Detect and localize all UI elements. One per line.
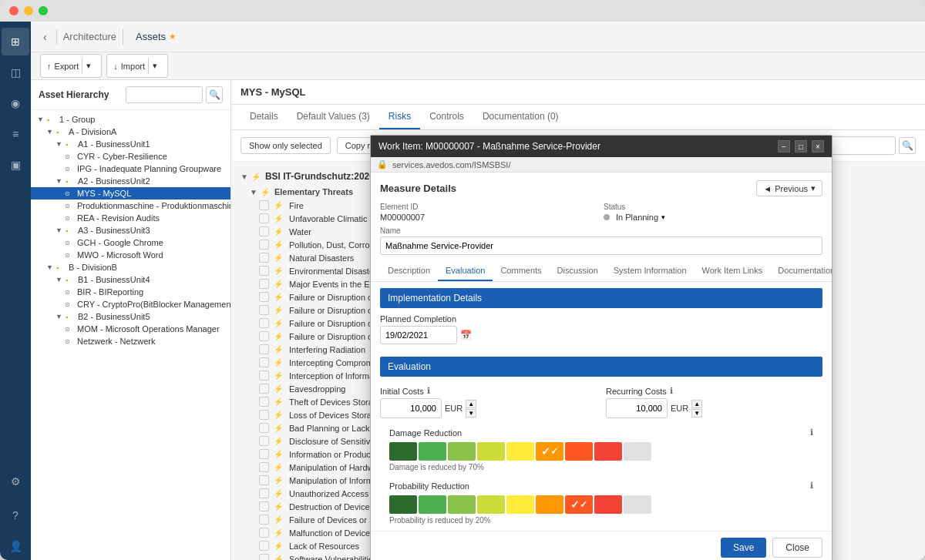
calendar-icon[interactable]: 📅 [460, 330, 472, 340]
risk-checkbox-emissions[interactable] [259, 357, 269, 367]
prob-scale-cell-2[interactable] [448, 495, 476, 514]
nav-back-button[interactable]: ‹ [40, 28, 50, 46]
risk-checkbox-unauthorized[interactable] [259, 488, 269, 498]
initial-costs-down[interactable]: ▼ [466, 409, 476, 417]
tree-item-bu4[interactable]: ▼ ▪ B1 - BusinessUnit4 [31, 273, 230, 286]
risk-checkbox-espionage[interactable] [259, 371, 269, 381]
tree-item-mys[interactable]: ⊙ MYS - MySQL [31, 187, 230, 200]
risk-checkbox-mains[interactable] [259, 318, 269, 328]
risk-checkbox-fire[interactable] [259, 200, 269, 210]
risk-checkbox-eavesdrop[interactable] [259, 384, 269, 394]
previous-button[interactable]: ◄ Previous ▾ [756, 180, 822, 196]
sidebar-item-help[interactable]: ? [2, 501, 29, 529]
close-button[interactable] [9, 6, 18, 15]
damage-scale-cell-1[interactable] [419, 442, 446, 461]
tree-item-bu2[interactable]: ▼ ▪ A2 - BusinessUnit2 [31, 175, 230, 187]
tab-details[interactable]: Details [240, 105, 288, 129]
prob-scale-cell-5[interactable] [536, 495, 563, 514]
sidebar-item-chart[interactable]: ▣ [2, 151, 29, 179]
sidebar-item-grid[interactable]: ⊞ [2, 28, 29, 55]
risk-checkbox-power[interactable] [259, 292, 269, 302]
hierarchy-search-button[interactable]: 🔍 [206, 86, 223, 103]
tree-item-divB[interactable]: ▼ ▪ B - DivisionB [31, 261, 230, 273]
prob-scale-cell-6[interactable]: ✓ [565, 495, 593, 514]
recurring-costs-down[interactable]: ▼ [691, 409, 702, 417]
risk-checkbox-software[interactable] [259, 554, 269, 560]
tab-defaults[interactable]: Default Values (3) [288, 105, 379, 129]
risk-checkbox-environmental[interactable] [259, 266, 269, 276]
risk-checkbox-loss-storage[interactable] [259, 410, 269, 420]
name-input[interactable] [380, 236, 822, 255]
damage-scale-cell-4[interactable] [506, 442, 534, 461]
damage-scale-cell-6[interactable] [565, 442, 593, 461]
modal-tab-comments[interactable]: Comments [493, 261, 549, 281]
tree-item-pro[interactable]: ⊙ Produktionmaschine - Produktionmaschin… [31, 200, 230, 212]
tree-item-divA[interactable]: ▼ ▪ A - DivisionA [31, 126, 230, 138]
tree-item-mwo[interactable]: ⊙ MWO - Microsoft Word [31, 249, 230, 261]
tree-item-group1[interactable]: ▼ ▪ 1 - Group [31, 113, 230, 126]
risk-checkbox-manip-hw[interactable] [259, 462, 269, 472]
risk-checkbox-water[interactable] [259, 226, 269, 236]
recurring-costs-up[interactable]: ▲ [691, 400, 702, 408]
modal-tab-description[interactable]: Description [380, 261, 438, 281]
planned-completion-input[interactable] [380, 326, 457, 344]
sidebar-item-layers[interactable]: ◫ [2, 59, 29, 86]
sidebar-item-network[interactable]: ◉ [2, 89, 29, 117]
tree-item-mom[interactable]: ⊙ MOM - Microsoft Operations Manager [31, 323, 230, 335]
risk-checkbox-major[interactable] [259, 279, 269, 289]
damage-scale-cell-8[interactable] [624, 442, 651, 461]
prob-scale-cell-0[interactable] [389, 495, 417, 514]
export-arrow-icon[interactable]: ▾ [82, 58, 95, 74]
risk-checkbox-theft-storage[interactable] [259, 397, 269, 407]
sidebar-item-list[interactable]: ≡ [2, 120, 29, 148]
import-button[interactable]: ↓ Import ▾ [106, 54, 168, 78]
tree-item-cyr[interactable]: ⊙ CYR - Cyber-Resilience [31, 150, 230, 163]
risk-checkbox-lack[interactable] [259, 541, 269, 551]
risk-checkbox-comm[interactable] [259, 305, 269, 315]
tree-item-gch[interactable]: ⊙ GCH - Google Chrome [31, 236, 230, 249]
modal-minimize-button[interactable]: − [778, 140, 790, 153]
risk-checkbox-failure[interactable] [259, 515, 269, 525]
tree-item-bir[interactable]: ⊙ BIR - BIReporting [31, 286, 230, 298]
tab-documentation[interactable]: Documentation (0) [473, 105, 568, 129]
risk-checkbox-radiation[interactable] [259, 344, 269, 354]
tab-controls[interactable]: Controls [420, 105, 473, 129]
tree-item-cry2[interactable]: ⊙ CRY - CryptoPro(BitBlocker Management) [31, 298, 230, 310]
risk-checkbox-manip-info[interactable] [259, 475, 269, 485]
prob-scale-cell-7[interactable] [594, 495, 622, 514]
initial-costs-info-icon[interactable]: ℹ [427, 386, 430, 396]
prob-scale-cell-1[interactable] [419, 495, 446, 514]
risk-checkbox-malfunction[interactable] [259, 528, 269, 538]
risk-checkbox-disclosure[interactable] [259, 436, 269, 446]
risk-checkbox-unfavorable[interactable] [259, 213, 269, 223]
hierarchy-search-input[interactable] [126, 86, 203, 103]
tree-item-bu3[interactable]: ▼ ▪ A3 - BusinessUnit3 [31, 224, 230, 236]
prob-scale-cell-3[interactable] [477, 495, 505, 514]
risk-checkbox-pollution[interactable] [259, 240, 269, 250]
minimize-button[interactable] [24, 6, 33, 15]
modal-restore-button[interactable]: □ [795, 140, 807, 153]
modal-close-button[interactable]: × [812, 140, 824, 153]
nav-tab-assets[interactable]: Assets ★ [130, 31, 183, 42]
tree-item-bu1[interactable]: ▼ ▪ A1 - BusinessUnit1 [31, 138, 230, 150]
modal-tab-discussion[interactable]: Discussion [550, 261, 606, 281]
damage-scale-cell-3[interactable] [477, 442, 505, 461]
damage-scale-cell-5[interactable]: ✓ [536, 442, 563, 461]
risk-checkbox-bad-planning[interactable] [259, 423, 269, 433]
tree-item-bu5[interactable]: ▼ ▪ B2 - BusinessUnit5 [31, 310, 230, 323]
initial-costs-up[interactable]: ▲ [466, 400, 476, 408]
sidebar-item-settings[interactable]: ⚙ [2, 471, 29, 498]
modal-tab-sysinfo[interactable]: System Information [606, 261, 695, 281]
tree-item-net[interactable]: ⊙ Netzwerk - Netzwerk [31, 335, 230, 347]
prob-scale-cell-8[interactable] [624, 495, 651, 514]
damage-scale-cell-7[interactable] [594, 442, 622, 461]
risk-checkbox-natural[interactable] [259, 253, 269, 263]
damage-reduction-info-icon[interactable]: ℹ [810, 428, 813, 438]
probability-reduction-info-icon[interactable]: ℹ [810, 481, 813, 491]
risk-checkbox-service[interactable] [259, 331, 269, 341]
recurring-costs-info-icon[interactable]: ℹ [670, 386, 673, 396]
tree-item-ipg[interactable]: ⊙ IPG - Inadequate Planning Groupware [31, 163, 230, 175]
maximize-button[interactable] [39, 6, 48, 15]
modal-close-footer-button[interactable]: Close [772, 538, 822, 558]
tab-risks[interactable]: Risks [379, 105, 420, 129]
